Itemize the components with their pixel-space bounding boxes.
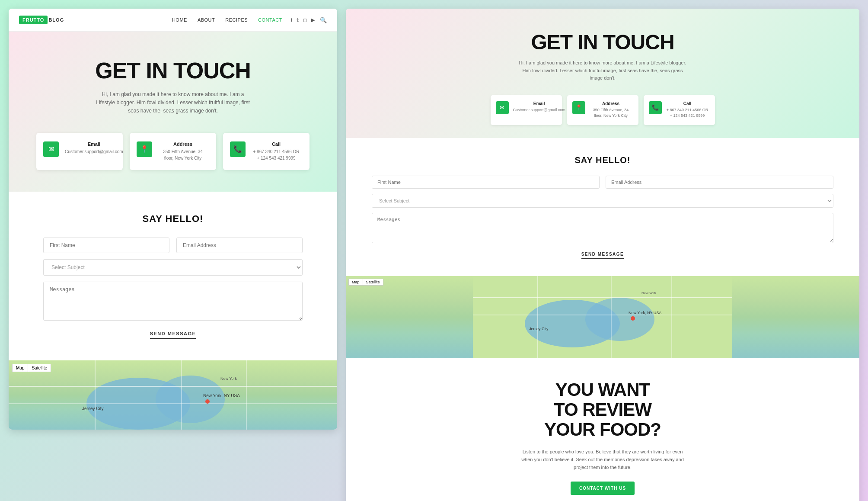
svg-text:New York: New York (641, 291, 657, 295)
address-icon: 📍 (137, 141, 152, 157)
logo-dark: BLOG (48, 17, 64, 22)
right-email-content: Email Customer.support@gmail.com (513, 101, 565, 113)
svg-text:Jersey City: Jersey City (82, 406, 103, 411)
right-address-detail: 350 Fifth Avenue, 34 floor, New York Cit… (590, 107, 632, 119)
right-call-title: Call (666, 101, 709, 106)
form-section: SAY HELLO! Select Subject General Inquir… (9, 192, 337, 360)
logo[interactable]: FRUTTO BLOG (19, 16, 64, 24)
email-card: ✉ Email Customer.support@gmail.com (36, 133, 123, 170)
right-hero: GET IN TOUCH Hi, I am glad you made it h… (346, 9, 859, 138)
svg-text:New York, NY USA: New York, NY USA (629, 311, 661, 315)
message-textarea[interactable] (43, 282, 303, 321)
address-title: Address (158, 141, 207, 147)
first-name-input[interactable] (43, 238, 169, 253)
cta-subtitle: Listen to the people who love you. Belie… (520, 448, 685, 471)
subject-select[interactable]: Select Subject General Inquiry Recipe Qu… (43, 259, 303, 276)
address-detail: 350 Fifth Avenue, 34 floor, New York Cit… (158, 148, 207, 161)
right-address-icon: 📍 (572, 101, 585, 114)
navigation: FRUTTO BLOG HOME ABOUT RECIPES CONTACT f… (9, 9, 337, 32)
page-title: GET IN TOUCH (26, 58, 320, 84)
logo-green: FRUTTO (19, 16, 48, 24)
right-first-name-input[interactable] (372, 176, 600, 189)
left-browser-window: FRUTTO BLOG HOME ABOUT RECIPES CONTACT f… (9, 9, 337, 430)
svg-point-13 (585, 298, 654, 341)
nav-contact[interactable]: CONTACT (258, 17, 282, 22)
right-form-section: SAY HELLO! Select Subject General Inquir… (346, 138, 859, 276)
right-message-textarea[interactable] (372, 213, 833, 243)
map-tabs: Map Satellite (12, 364, 51, 372)
address-card: 📍 Address 350 Fifth Avenue, 34 floor, Ne… (130, 133, 216, 170)
right-call-card: 📞 Call + 867 340 211 4566 OR + 124 543 4… (644, 95, 715, 125)
right-email-icon: ✉ (496, 101, 509, 114)
right-map-section: Map Satellite New York, NY USA Jersey Ci… (346, 276, 859, 358)
right-map-visual: New York, NY USA Jersey City New York (346, 276, 859, 358)
hero-section: GET IN TOUCH Hi, I am glad you made it h… (9, 32, 337, 192)
contact-us-button[interactable]: CONTACT WITH US (571, 482, 635, 495)
contact-cards: ✉ Email Customer.support@gmail.com 📍 Add… (26, 133, 320, 170)
right-map-tab-map[interactable]: Map (348, 279, 363, 286)
right-map-tab-satellite[interactable]: Satellite (363, 279, 383, 286)
svg-point-1 (156, 376, 225, 423)
svg-point-8 (205, 399, 210, 404)
svg-point-20 (631, 316, 635, 321)
right-cta-section: YOU WANTTO REVIEWYOUR FOOD? Listen to th… (346, 358, 859, 501)
right-page-title: GET IN TOUCH (372, 30, 833, 54)
right-contact-cards: ✉ Email Customer.support@gmail.com 📍 Add… (372, 95, 833, 125)
right-email-input[interactable] (606, 176, 833, 189)
svg-text:New York, NY USA: New York, NY USA (203, 393, 240, 398)
right-hero-subtitle: Hi, I am glad you made it here to know m… (516, 59, 689, 82)
twitter-icon[interactable]: 𝕥 (297, 17, 299, 23)
right-email-title: Email (513, 101, 565, 106)
hero-subtitle: Hi, I am glad you made it here to know m… (95, 90, 251, 116)
right-form-title: SAY HELLO! (372, 155, 833, 165)
social-icons: f 𝕥 ◻ ▶ (291, 17, 315, 23)
facebook-icon[interactable]: f (291, 17, 292, 22)
call-icon: 📞 (230, 141, 246, 157)
form-title: SAY HELLO! (43, 213, 303, 225)
svg-text:New York: New York (220, 376, 237, 381)
call-content: Call + 867 340 211 4566 OR + 124 543 421… (252, 141, 301, 161)
name-email-row (43, 238, 303, 253)
send-message-button[interactable]: SEND MESSAGE (150, 331, 196, 339)
right-call-content: Call + 867 340 211 4566 OR + 124 543 421… (666, 101, 709, 119)
nav-recipes[interactable]: RECIPES (225, 17, 248, 22)
email-icon: ✉ (43, 141, 59, 157)
map-tab-map[interactable]: Map (12, 364, 28, 372)
nav-about[interactable]: ABOUT (198, 17, 215, 22)
call-card: 📞 Call + 867 340 211 4566 OR + 124 543 4… (223, 133, 310, 170)
call-title: Call (252, 141, 301, 147)
address-content: Address 350 Fifth Avenue, 34 floor, New … (158, 141, 207, 161)
right-address-card: 📍 Address 350 Fifth Avenue, 34 floor, Ne… (567, 95, 638, 125)
email-input[interactable] (176, 238, 303, 253)
cta-title: YOU WANTTO REVIEWYOUR FOOD? (372, 380, 833, 440)
nav-home[interactable]: HOME (172, 17, 187, 22)
right-email-detail: Customer.support@gmail.com (513, 107, 565, 113)
email-content: Email Customer.support@gmail.com (65, 141, 123, 155)
email-title: Email (65, 141, 123, 147)
map-visual: New York, NY USA Jersey City New York (9, 360, 337, 430)
search-icon[interactable]: 🔍 (320, 17, 327, 23)
right-map-tabs: Map Satellite (348, 279, 383, 286)
right-call-icon: 📞 (649, 101, 662, 114)
right-panel: GET IN TOUCH Hi, I am glad you made it h… (346, 9, 859, 501)
right-address-title: Address (590, 101, 632, 106)
youtube-icon[interactable]: ▶ (311, 17, 315, 23)
right-subject-select[interactable]: Select Subject General Inquiry Recipe Qu… (372, 194, 833, 208)
nav-links: HOME ABOUT RECIPES CONTACT (172, 17, 282, 22)
right-name-email-row (372, 176, 833, 189)
right-send-button[interactable]: SEND MESSAGE (581, 252, 624, 259)
right-email-card: ✉ Email Customer.support@gmail.com (491, 95, 562, 125)
email-detail: Customer.support@gmail.com (65, 148, 123, 155)
instagram-icon[interactable]: ◻ (303, 17, 307, 23)
svg-text:Jersey City: Jersey City (529, 327, 549, 331)
map-tab-satellite[interactable]: Satellite (28, 364, 51, 372)
call-detail: + 867 340 211 4566 OR + 124 543 421 9999 (252, 148, 301, 161)
map-section: Map Satellite New York, NY USA Jersey Ci… (9, 360, 337, 430)
right-address-content: Address 350 Fifth Avenue, 34 floor, New … (590, 101, 632, 119)
right-call-detail: + 867 340 211 4566 OR + 124 543 421 9999 (666, 107, 709, 119)
